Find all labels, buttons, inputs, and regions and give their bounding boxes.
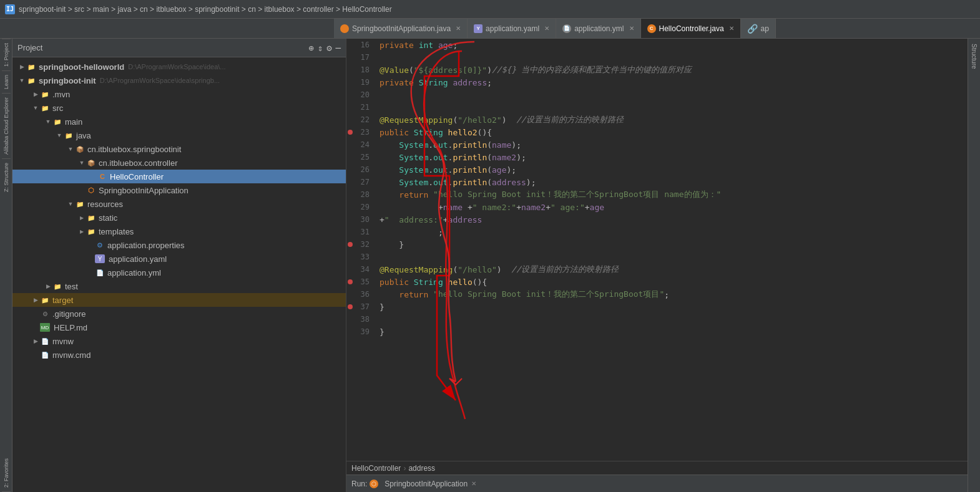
tree-item-pkg1[interactable]: ▼ 📦 cn.itbluebox.springbootinit <box>12 142 346 156</box>
settings-icon[interactable]: ⚙ <box>326 43 331 53</box>
breadcrumb-bar: HelloController › address <box>346 461 968 475</box>
arrow-resources: ▼ <box>66 201 75 207</box>
ln-27: 27 <box>346 176 375 188</box>
tree-item-springboot-init[interactable]: ▼ 📁 springboot-init D:\AProgramWorkSpace… <box>12 74 346 87</box>
code-line-24: System.out.println(name); <box>380 138 968 151</box>
code-editor[interactable]: private int age; @Value("${address[0]}")… <box>375 39 968 461</box>
code-line-32: } <box>380 238 968 251</box>
tree-item-mvnw-cmd[interactable]: 📄 mvnw.cmd <box>12 348 346 362</box>
folder-icon-helloworld: 📁 <box>26 62 36 71</box>
tree-item-main[interactable]: ▼ 📁 main <box>12 115 346 128</box>
ln-16: 16 <box>346 39 375 51</box>
code-line-26: System.out.println(age); <box>380 163 968 176</box>
ln-38: 38 <box>346 313 375 326</box>
tree-item-helloworld[interactable]: ▶ 📁 springboot-helloworld D:\AProgramWor… <box>12 60 346 74</box>
tree-item-app-yaml[interactable]: Y application.yaml <box>12 252 346 266</box>
breadcrumb-sep1: › <box>403 464 406 473</box>
tab-close-3[interactable]: ✕ <box>629 25 634 32</box>
ln-23: 23 <box>346 126 375 138</box>
arrow-java: ▼ <box>55 132 64 138</box>
java-active-icon: C <box>647 24 656 33</box>
properties-icon: ⚙ <box>95 241 105 249</box>
ln-34: 34 <box>346 263 375 276</box>
tab-application-yaml[interactable]: Y application.yaml ✕ <box>468 19 556 38</box>
code-line-16: private int age; <box>380 39 968 51</box>
code-line-35: public String hello(){ <box>380 276 968 288</box>
tab-close-4[interactable]: ✕ <box>729 25 734 32</box>
tree-item-app-properties[interactable]: ⚙ application.properties <box>12 238 346 252</box>
locate-icon[interactable]: ⊕ <box>308 43 313 53</box>
right-label-structure[interactable]: Structure <box>969 39 979 74</box>
run-bar: Run: ⬡ SpringbootInitApplication ✕ <box>346 475 968 492</box>
tab-springboot-init-app[interactable]: SpringbootInitApplication.java ✕ <box>334 19 468 38</box>
tree-item-app-yml[interactable]: 📄 application.yml <box>12 266 346 279</box>
tree-item-templates[interactable]: ▶ 📁 templates <box>12 224 346 238</box>
code-line-33 <box>380 251 968 263</box>
tab-application-yml[interactable]: 📄 application.yml ✕ <box>556 19 640 38</box>
ln-28: 28 <box>346 188 375 201</box>
tree-item-java[interactable]: ▼ 📁 java <box>12 128 346 142</box>
yaml-icon: Y <box>474 24 483 33</box>
sidebar-label-alibaba[interactable]: Alibaba Cloud Explorer <box>2 93 11 158</box>
arrow-mvnw: ▶ <box>31 338 40 344</box>
folder-icon-test: 📁 <box>52 282 62 291</box>
arrow-static: ▶ <box>77 215 86 221</box>
java-icon-app: ⬡ <box>86 186 96 195</box>
mvnw-icon: 📄 <box>40 337 50 345</box>
tree-item-hello-controller[interactable]: C HelloController <box>12 170 346 183</box>
app-icon: IJ <box>5 4 15 14</box>
tree-item-static[interactable]: ▶ 📁 static <box>12 211 346 224</box>
yaml-file-icon: Y <box>95 254 105 263</box>
sidebar-label-structure[interactable]: Z: Structure <box>2 158 11 196</box>
code-container: 16 17 18 19 20 21 22 23 24 25 26 27 28 2… <box>346 39 968 461</box>
arrow-test: ▶ <box>44 283 52 289</box>
sidebar-label-project[interactable]: 1: Project <box>2 39 11 70</box>
ln-26: 26 <box>346 163 375 176</box>
close-panel-icon[interactable]: ─ <box>336 43 341 53</box>
ln-35: 35 <box>346 276 375 288</box>
code-line-31: ; <box>380 226 968 238</box>
run-label: Run: <box>351 480 367 488</box>
ln-18: 18 <box>346 64 375 76</box>
run-close[interactable]: ✕ <box>471 480 476 487</box>
ln-25: 25 <box>346 151 375 163</box>
tree-item-gitignore[interactable]: ⚙ .gitignore <box>12 307 346 321</box>
sidebar-label-learn[interactable]: Learn <box>2 70 11 93</box>
ln-32: 32 <box>346 238 375 251</box>
tree-item-resources[interactable]: ▼ 📁 resources <box>12 197 346 211</box>
code-line-36: return "hello Spring Boot init！我的第二个Spri… <box>380 288 968 301</box>
run-app-icon[interactable]: ⬡ <box>370 480 378 488</box>
sidebar-label-favorites[interactable]: 2: Favorites <box>2 455 11 492</box>
tree-item-target[interactable]: ▶ 📁 target <box>12 293 346 307</box>
main-area: 1: Project Learn Alibaba Cloud Explorer … <box>0 39 980 492</box>
project-header-icons: ⊕ ⇕ ⚙ ─ <box>308 43 341 53</box>
tree-item-src[interactable]: ▼ 📁 src <box>12 101 346 115</box>
left-sidebar-strip: 1: Project Learn Alibaba Cloud Explorer … <box>0 39 12 492</box>
ln-22: 22 <box>346 113 375 126</box>
java-icon-hello: C <box>97 172 107 181</box>
collapse-icon[interactable]: ⇕ <box>318 43 323 53</box>
tree-item-pkg2[interactable]: ▼ 📦 cn.itbluebox.controller <box>12 156 346 170</box>
tree-item-help[interactable]: MD HELP.md <box>12 321 346 334</box>
breadcrumb-controller: HelloController <box>351 464 401 473</box>
folder-icon-resources: 📁 <box>75 200 85 208</box>
tree-item-mvnw[interactable]: ▶ 📄 mvnw <box>12 334 346 348</box>
breadcrumb-path: springboot-init > src > main > java > cn… <box>19 5 392 14</box>
java-icon <box>340 24 349 33</box>
ln-31: 31 <box>346 226 375 238</box>
tab-hello-controller[interactable]: C HelloController.java ✕ <box>641 19 741 38</box>
ln-20: 20 <box>346 89 375 101</box>
code-line-29: +name +" name2:"+name2+" age:"+age <box>380 201 968 213</box>
title-bar: IJ springboot-init > src > main > java >… <box>0 0 980 19</box>
tree-item-mvn[interactable]: ▶ 📁 .mvn <box>12 87 346 101</box>
tab-extra[interactable]: 🔗 ap <box>741 19 776 38</box>
tab-close-2[interactable]: ✕ <box>544 25 549 32</box>
code-line-39: } <box>380 326 968 338</box>
tree-item-test[interactable]: ▶ 📁 test <box>12 279 346 293</box>
arrow-mvn: ▶ <box>31 91 40 97</box>
cmd-icon: 📄 <box>40 350 50 359</box>
tree-item-springboot-app[interactable]: ⬡ SpringbootInitApplication <box>12 183 346 197</box>
right-strip: Structure <box>968 39 980 492</box>
project-panel: Project ⊕ ⇕ ⚙ ─ ▶ 📁 springboot-helloworl… <box>12 39 346 492</box>
tab-close-1[interactable]: ✕ <box>456 25 461 32</box>
